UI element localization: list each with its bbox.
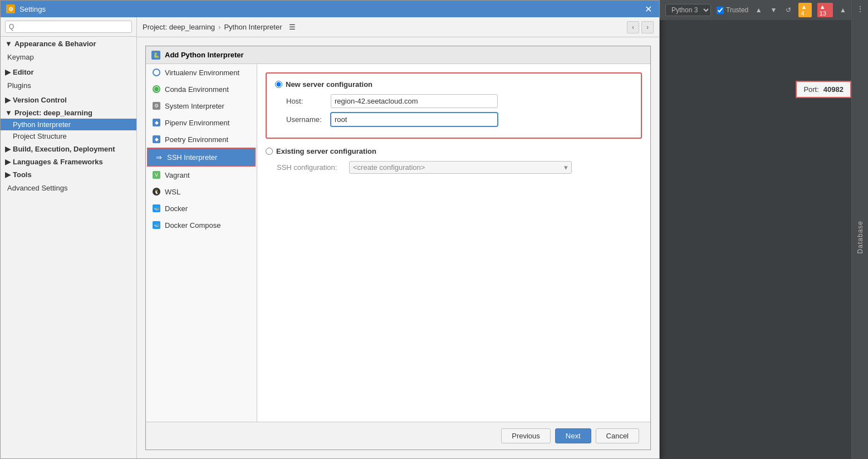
existing-server-label: Existing server configuration [276,147,376,155]
nav-up-button[interactable]: ▲ [754,4,763,16]
dropdown-arrow-icon: ▾ [564,163,568,172]
interp-type-docker-compose[interactable]: 🐳 Docker Compose [146,217,257,233]
settings-title-label: Settings [19,5,46,13]
database-panel: ⋮ Database [851,0,868,459]
interp-type-conda[interactable]: Conda Environment [146,81,257,97]
interp-type-poetry[interactable]: ◆ Poetry Environment [146,131,257,148]
build-arrow: ▶ [5,145,11,153]
sidebar-item-keymap[interactable]: Keymap [1,50,136,65]
settings-app-icon: ⚙ [6,4,15,13]
docker-compose-icon: 🐳 [151,220,161,230]
ssh-config-dropdown[interactable]: <create configuration> ▾ [349,161,572,174]
nav-back-button[interactable]: ‹ [627,21,639,33]
settings-titlebar: ⚙ Settings ✕ [1,1,659,17]
settings-close-button[interactable]: ✕ [643,3,654,14]
new-server-radio[interactable]: New server configuration [275,80,632,89]
breadcrumb-project[interactable]: Project: deep_learning [143,23,215,31]
interpreter-config-panel: New server configuration Host: [257,64,650,422]
interpreter-type-list: Virtualenv Environment Conda Environment [146,64,257,422]
conda-icon [151,84,161,94]
settings-search-input[interactable] [5,21,132,33]
error-badge: ▲ 13 [817,3,833,17]
dialog-footer: Previous Next Cancel [146,422,650,450]
lang-arrow: ▶ [5,158,11,166]
previous-button[interactable]: Previous [501,428,551,443]
interpreter-dialog-title: Add Python Interpreter [165,51,244,59]
username-input[interactable] [331,113,498,126]
top-bar: Python 3 Trusted ▲ ▼ ↺ ▲ 4 ▲ 13 ▲ ▼ [660,0,868,20]
editor-arrow: ▶ [5,68,11,76]
ssh-config-placeholder: <create configuration> [353,163,425,172]
sidebar-item-python-interpreter[interactable]: Python Interpreter [1,119,136,130]
interpreter-title-icon: 🐍 [151,51,160,60]
tools-arrow: ▶ [5,170,11,179]
vc-arrow: ▶ [5,96,11,104]
breadcrumb-page: Python Interpreter [224,23,282,31]
sidebar-item-label: Build, Execution, Deployment [13,145,115,153]
existing-server-radio[interactable]: Existing server configuration [266,147,642,155]
host-input[interactable] [331,94,498,108]
settings-title: ⚙ Settings [6,4,46,13]
vagrant-icon: V [151,170,161,180]
interp-type-label: System Interpreter [165,102,224,110]
interp-type-label: Docker [165,204,188,213]
interp-type-label: Pipenv Environment [165,119,229,127]
sidebar-item-plugins[interactable]: Plugins [1,78,136,94]
breadcrumb-icon: ☰ [289,23,296,31]
database-panel-label[interactable]: Database [856,215,864,259]
port-box: Port: 40982 [796,81,851,98]
sidebar-item-editor[interactable]: ▶ Editor [1,65,136,78]
project-arrow: ▼ [5,109,12,117]
sidebar-item-languages[interactable]: ▶ Languages & Frameworks [1,155,136,168]
python-version-selector[interactable]: Python 3 [665,4,711,16]
settings-sidebar: ▼ Appearance & Behavior Keymap ▶ Editor … [1,17,137,458]
sidebar-item-label: Tools [13,170,32,179]
up-button-2[interactable]: ▲ [838,4,848,16]
nav-down-button[interactable]: ▼ [769,4,778,16]
interp-type-label: SSH Interpreter [167,153,217,162]
nav-refresh-button[interactable]: ↺ [784,4,793,16]
system-icon: ⚙ [151,101,161,111]
cancel-button[interactable]: Cancel [596,428,639,443]
interp-type-label: Vagrant [165,171,190,179]
sidebar-item-tools[interactable]: ▶ Tools [1,168,136,180]
interp-type-docker[interactable]: 🐳 Docker [146,200,257,217]
python-version-select[interactable]: Python 3 [665,4,711,16]
username-row: Username: [275,113,632,126]
nav-forward-button[interactable]: › [641,21,654,33]
trusted-checkbox[interactable] [717,7,724,14]
db-menu-icon[interactable]: ⋮ [854,3,866,15]
interp-type-virtualenv[interactable]: Virtualenv Environment [146,64,257,81]
new-server-config-section: New server configuration Host: [266,72,642,139]
ssh-config-row: SSH configuration: <create configuration… [266,161,642,174]
interp-type-vagrant[interactable]: V Vagrant [146,167,257,183]
wsl-icon: 🐧 [151,187,161,197]
port-value: 40982 [823,85,844,94]
sidebar-item-project-structure[interactable]: Project Structure [1,130,136,142]
sidebar-item-project[interactable]: ▼ Project: deep_learning [1,106,136,119]
sidebar-item-version-control[interactable]: ▶ Version Control [1,93,136,106]
warning-badge: ▲ 4 [798,3,811,17]
sidebar-item-appearance[interactable]: ▼ Appearance & Behavior [1,37,136,50]
interpreter-dialog-titlebar: 🐍 Add Python Interpreter [146,46,650,64]
sidebar-item-build[interactable]: ▶ Build, Execution, Deployment [1,142,136,155]
username-label: Username: [286,115,331,124]
appearance-arrow: ▼ [5,40,12,48]
interp-type-label: Conda Environment [165,85,229,94]
host-label: Host: [286,97,331,105]
docker-icon: 🐳 [151,203,161,213]
poetry-icon: ◆ [151,134,161,144]
sidebar-item-label: Project: deep_learning [14,109,92,117]
trusted-checkbox-container[interactable]: Trusted [717,6,748,14]
interp-type-wsl[interactable]: 🐧 WSL [146,183,257,200]
existing-server-section: Existing server configuration SSH config… [266,147,642,174]
interp-type-pipenv[interactable]: ◆ Pipenv Environment [146,114,257,131]
interp-type-system[interactable]: ⚙ System Interpreter [146,97,257,114]
interp-type-label: WSL [165,188,180,196]
next-button[interactable]: Next [555,428,591,443]
port-label: Port: [803,85,818,94]
sidebar-item-advanced-settings[interactable]: Advanced Settings [1,180,136,196]
search-box [1,17,136,37]
trusted-label: Trusted [726,6,748,14]
interp-type-ssh[interactable]: ⇒ SSH Interpreter [147,148,256,167]
